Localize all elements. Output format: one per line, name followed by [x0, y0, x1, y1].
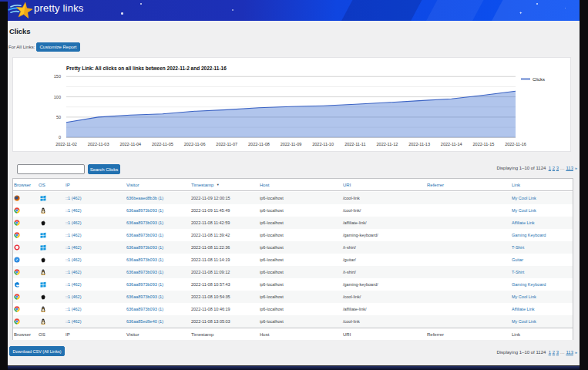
svg-text:2022-11-07: 2022-11-07: [216, 142, 237, 146]
svg-text:2022-11-02: 2022-11-02: [55, 142, 77, 146]
svg-text:100: 100: [54, 95, 61, 99]
svg-text:2022-11-03: 2022-11-03: [88, 142, 109, 146]
svg-text:2022-11-14: 2022-11-14: [441, 142, 462, 146]
svg-text:50: 50: [56, 115, 61, 119]
svg-text:2022-11-06: 2022-11-06: [184, 142, 206, 146]
svg-text:2022-11-09: 2022-11-09: [281, 142, 302, 146]
svg-text:2022-11-08: 2022-11-08: [248, 142, 270, 146]
svg-text:2022-11-11: 2022-11-11: [344, 142, 365, 146]
svg-text:2022-11-10: 2022-11-10: [312, 142, 334, 146]
svg-text:2022-11-12: 2022-11-12: [377, 142, 398, 146]
svg-text:150: 150: [54, 74, 61, 79]
svg-text:2022-11-04: 2022-11-04: [119, 142, 141, 146]
svg-text:Pretty Link: All clicks on all: Pretty Link: All clicks on all links bet…: [66, 66, 227, 72]
svg-text:2022-11-15: 2022-11-15: [473, 142, 495, 146]
svg-text:0: 0: [59, 135, 61, 140]
svg-text:2022-11-13: 2022-11-13: [408, 142, 430, 146]
svg-text:2022-11-16: 2022-11-16: [505, 142, 526, 146]
svg-text:Clicks: Clicks: [533, 77, 545, 82]
svg-text:2022-11-05: 2022-11-05: [152, 142, 173, 146]
